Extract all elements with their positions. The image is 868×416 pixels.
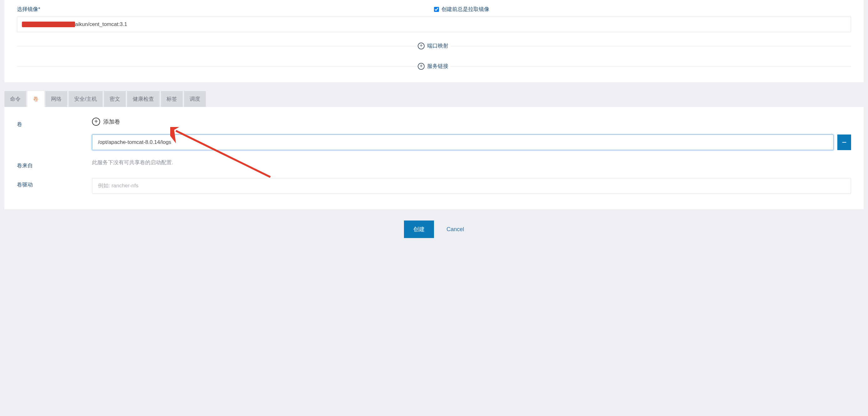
tab-7[interactable]: 调度 [184, 91, 206, 107]
tab-6[interactable]: 标签 [161, 91, 183, 107]
port-mapping-label: 端口映射 [427, 42, 448, 50]
tab-2[interactable]: 网络 [45, 91, 67, 107]
tab-3[interactable]: 安全/主机 [68, 91, 103, 107]
add-volume-label: 添加卷 [103, 118, 120, 125]
volumes-tab-panel: 卷 添加卷 − [4, 107, 864, 209]
remove-volume-button[interactable]: − [837, 134, 851, 150]
image-input[interactable] [17, 17, 851, 32]
image-input-wrap [17, 17, 851, 32]
footer-actions: 创建 Cancel [0, 209, 868, 244]
create-button[interactable]: 创建 [404, 221, 434, 238]
volume-driver-label: 卷驱动 [17, 178, 92, 188]
page-root: 选择镜像* 创建前总是拉取镜像 端口映射 服务链接 [0, 0, 868, 244]
tab-1[interactable]: 卷 [28, 91, 44, 107]
service-link-expander[interactable]: 服务链接 [17, 63, 851, 70]
plus-icon [418, 42, 425, 50]
volume-driver-input[interactable] [92, 178, 851, 194]
image-header-row: 选择镜像* 创建前总是拉取镜像 [17, 6, 851, 13]
minus-icon: − [842, 138, 846, 147]
volume-path-input[interactable] [92, 134, 834, 150]
add-volume-button[interactable]: 添加卷 [92, 118, 851, 126]
config-tabs: 命令卷网络安全/主机密文健康检查标签调度 [4, 91, 864, 107]
port-mapping-expander[interactable]: 端口映射 [17, 42, 851, 50]
image-label: 选择镜像* [17, 6, 40, 12]
tab-5[interactable]: 健康检查 [127, 91, 160, 107]
always-pull-label: 创建前总是拉取镜像 [441, 6, 489, 13]
service-link-label: 服务链接 [427, 63, 448, 70]
tab-0[interactable]: 命令 [4, 91, 26, 107]
tab-4[interactable]: 密文 [104, 91, 126, 107]
plus-icon [418, 63, 425, 70]
volumes-label: 卷 [17, 118, 92, 128]
always-pull-checkbox-wrap[interactable]: 创建前总是拉取镜像 [434, 6, 489, 13]
always-pull-checkbox[interactable] [434, 7, 439, 12]
cancel-button[interactable]: Cancel [446, 226, 464, 233]
redaction-overlay [22, 22, 75, 27]
volume-entry-row: − [92, 134, 851, 150]
volumes-from-label: 卷来自 [17, 159, 92, 169]
volumes-from-hint: 此服务下没有可共享卷的启动配置. [92, 160, 173, 165]
plus-icon [92, 118, 100, 126]
image-panel: 选择镜像* 创建前总是拉取镜像 端口映射 服务链接 [4, 0, 864, 82]
